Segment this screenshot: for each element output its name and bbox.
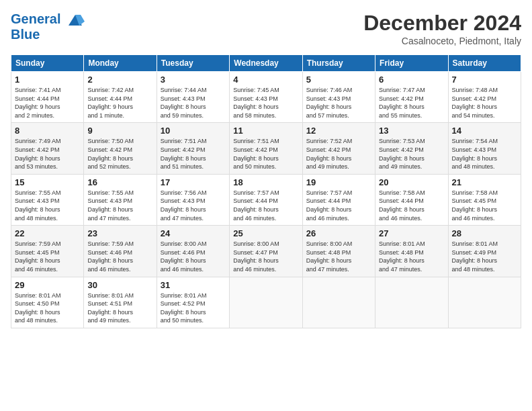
header-row: SundayMondayTuesdayWednesdayThursdayFrid… [11,55,521,72]
day-cell: 3Sunrise: 7:44 AMSunset: 4:43 PMDaylight… [157,72,229,123]
day-info: Sunrise: 8:01 AMSunset: 4:48 PMDaylight:… [379,240,444,273]
day-number: 5 [306,75,371,85]
day-cell: 16Sunrise: 7:55 AMSunset: 4:43 PMDayligh… [84,174,157,225]
day-number: 7 [452,75,517,85]
day-info: Sunrise: 7:52 AMSunset: 4:42 PMDaylight:… [306,137,371,171]
day-number: 1 [15,75,80,85]
day-info: Sunrise: 7:48 AMSunset: 4:42 PMDaylight:… [452,86,517,120]
day-number: 10 [161,126,226,136]
header-day-saturday: Saturday [448,55,521,72]
day-cell: 24Sunrise: 8:00 AMSunset: 4:46 PMDayligh… [157,226,229,277]
day-number: 22 [15,228,80,238]
day-cell: 9Sunrise: 7:50 AMSunset: 4:42 PMDaylight… [84,123,157,174]
header-day-thursday: Thursday [302,55,375,72]
logo-general: General [11,11,60,26]
day-number: 20 [379,177,444,187]
day-info: Sunrise: 8:01 AMSunset: 4:52 PMDaylight:… [161,291,226,325]
day-number: 4 [233,75,298,85]
day-cell: 22Sunrise: 7:59 AMSunset: 4:45 PMDayligh… [11,226,84,277]
header-day-wednesday: Wednesday [230,55,302,72]
day-cell: 20Sunrise: 7:58 AMSunset: 4:44 PMDayligh… [375,174,448,225]
day-cell: 30Sunrise: 8:01 AMSunset: 4:51 PMDayligh… [84,277,157,328]
day-info: Sunrise: 7:57 AMSunset: 4:44 PMDaylight:… [233,189,298,222]
day-cell: 15Sunrise: 7:55 AMSunset: 4:43 PMDayligh… [11,174,84,225]
day-info: Sunrise: 7:59 AMSunset: 4:45 PMDaylight:… [15,240,80,273]
day-cell: 23Sunrise: 7:59 AMSunset: 4:46 PMDayligh… [84,226,157,277]
day-info: Sunrise: 8:01 AMSunset: 4:49 PMDaylight:… [452,240,517,273]
page-container: General Blue December 2024 Casalnoceto, … [0,0,532,335]
day-number: 13 [379,126,444,136]
day-cell: 14Sunrise: 7:54 AMSunset: 4:43 PMDayligh… [448,123,521,174]
day-cell [302,277,375,328]
day-cell: 1Sunrise: 7:41 AMSunset: 4:44 PMDaylight… [11,72,84,123]
day-cell: 6Sunrise: 7:47 AMSunset: 4:42 PMDaylight… [375,72,448,123]
logo-icon [66,11,85,30]
day-info: Sunrise: 7:46 AMSunset: 4:43 PMDaylight:… [306,86,371,120]
logo: General Blue [11,11,85,42]
day-number: 9 [87,126,152,136]
day-info: Sunrise: 7:42 AMSunset: 4:44 PMDaylight:… [87,86,152,120]
header-day-friday: Friday [375,55,448,72]
day-number: 26 [306,228,371,238]
day-cell: 31Sunrise: 8:01 AMSunset: 4:52 PMDayligh… [157,277,229,328]
day-cell: 10Sunrise: 7:51 AMSunset: 4:42 PMDayligh… [157,123,229,174]
week-row-1: 1Sunrise: 7:41 AMSunset: 4:44 PMDaylight… [11,72,521,123]
day-cell: 19Sunrise: 7:57 AMSunset: 4:44 PMDayligh… [302,174,375,225]
day-number: 27 [379,228,444,238]
day-info: Sunrise: 7:41 AMSunset: 4:44 PMDaylight:… [15,86,80,120]
header-day-monday: Monday [84,55,157,72]
day-number: 24 [161,228,226,238]
day-cell: 21Sunrise: 7:58 AMSunset: 4:45 PMDayligh… [448,174,521,225]
day-cell: 8Sunrise: 7:49 AMSunset: 4:42 PMDaylight… [11,123,84,174]
day-number: 21 [452,177,517,187]
week-row-5: 29Sunrise: 8:01 AMSunset: 4:50 PMDayligh… [11,277,521,328]
day-number: 2 [87,75,152,85]
week-row-2: 8Sunrise: 7:49 AMSunset: 4:42 PMDaylight… [11,123,521,174]
day-cell: 7Sunrise: 7:48 AMSunset: 4:42 PMDaylight… [448,72,521,123]
day-number: 28 [452,228,517,238]
day-cell [448,277,521,328]
day-info: Sunrise: 7:44 AMSunset: 4:43 PMDaylight:… [161,86,226,120]
day-cell: 17Sunrise: 7:56 AMSunset: 4:43 PMDayligh… [157,174,229,225]
day-number: 19 [306,177,371,187]
title-block: December 2024 Casalnoceto, Piedmont, Ita… [363,11,521,46]
day-cell [230,277,302,328]
day-info: Sunrise: 8:00 AMSunset: 4:48 PMDaylight:… [306,240,371,273]
day-cell: 12Sunrise: 7:52 AMSunset: 4:42 PMDayligh… [302,123,375,174]
day-number: 3 [161,75,226,85]
day-info: Sunrise: 7:55 AMSunset: 4:43 PMDaylight:… [87,189,152,222]
day-info: Sunrise: 7:56 AMSunset: 4:43 PMDaylight:… [161,189,226,222]
day-info: Sunrise: 7:57 AMSunset: 4:44 PMDaylight:… [306,189,371,222]
day-number: 12 [306,126,371,136]
day-info: Sunrise: 8:00 AMSunset: 4:46 PMDaylight:… [161,240,226,273]
day-info: Sunrise: 7:49 AMSunset: 4:42 PMDaylight:… [15,137,80,171]
calendar-subtitle: Casalnoceto, Piedmont, Italy [363,36,521,46]
day-cell: 4Sunrise: 7:45 AMSunset: 4:43 PMDaylight… [230,72,302,123]
week-row-4: 22Sunrise: 7:59 AMSunset: 4:45 PMDayligh… [11,226,521,277]
day-cell: 27Sunrise: 8:01 AMSunset: 4:48 PMDayligh… [375,226,448,277]
day-number: 11 [233,126,298,136]
day-number: 29 [15,280,80,290]
day-info: Sunrise: 7:50 AMSunset: 4:42 PMDaylight:… [87,137,152,171]
day-cell: 2Sunrise: 7:42 AMSunset: 4:44 PMDaylight… [84,72,157,123]
day-info: Sunrise: 8:00 AMSunset: 4:47 PMDaylight:… [233,240,298,273]
day-number: 17 [161,177,226,187]
calendar-table: SundayMondayTuesdayWednesdayThursdayFrid… [11,54,521,328]
day-info: Sunrise: 7:47 AMSunset: 4:42 PMDaylight:… [379,86,444,120]
day-info: Sunrise: 7:59 AMSunset: 4:46 PMDaylight:… [87,240,152,273]
day-info: Sunrise: 7:53 AMSunset: 4:42 PMDaylight:… [379,137,444,171]
day-number: 23 [87,228,152,238]
day-cell [375,277,448,328]
day-number: 8 [15,126,80,136]
day-cell: 11Sunrise: 7:51 AMSunset: 4:42 PMDayligh… [230,123,302,174]
header-day-sunday: Sunday [11,55,84,72]
day-number: 6 [379,75,444,85]
day-cell: 28Sunrise: 8:01 AMSunset: 4:49 PMDayligh… [448,226,521,277]
day-number: 30 [87,280,152,290]
day-info: Sunrise: 7:58 AMSunset: 4:45 PMDaylight:… [452,189,517,222]
day-info: Sunrise: 7:51 AMSunset: 4:42 PMDaylight:… [233,137,298,171]
header-day-tuesday: Tuesday [157,55,229,72]
day-number: 25 [233,228,298,238]
day-number: 16 [87,177,152,187]
day-info: Sunrise: 8:01 AMSunset: 4:51 PMDaylight:… [87,291,152,325]
